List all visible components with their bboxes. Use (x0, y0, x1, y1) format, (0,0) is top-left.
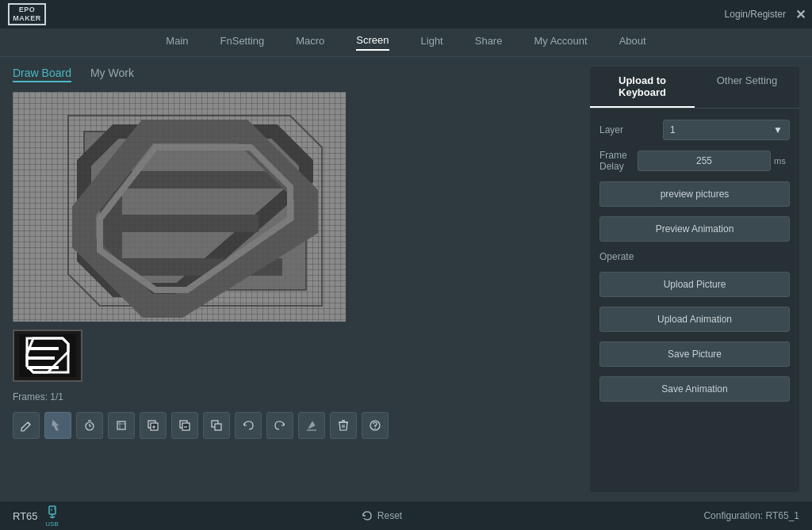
tool-select[interactable] (44, 412, 71, 439)
tab-mywork[interactable]: My Work (90, 67, 134, 82)
svg-rect-22 (215, 424, 221, 430)
usb-label: USB (45, 520, 58, 528)
tool-crop[interactable] (108, 412, 135, 439)
layer-select[interactable]: 1 ▼ (663, 120, 790, 140)
svg-rect-12 (27, 347, 59, 350)
svg-rect-16 (117, 421, 125, 429)
layer-row: Layer 1 ▼ (599, 120, 790, 140)
frame-delay-input[interactable] (638, 151, 771, 171)
frames-label: Frames: 1/1 (13, 391, 577, 402)
reset-label: Reset (377, 510, 402, 521)
panel-tabs: Upload to Keyboard Other Setting (590, 67, 799, 109)
frame-delay-row: Frame Delay ms (599, 150, 790, 172)
navbar: Main FnSetting Macro Screen Light Share … (0, 29, 812, 57)
config-value: RT65_1 (766, 510, 799, 521)
upload-animation-button[interactable]: Upload Animation (599, 307, 790, 332)
panel-tab-other[interactable]: Other Setting (695, 67, 799, 108)
tool-remove-frame[interactable] (171, 412, 198, 439)
svg-rect-27 (51, 509, 52, 511)
svg-rect-14 (27, 366, 59, 369)
tool-delete[interactable] (330, 412, 357, 439)
right-panel: Upload to Keyboard Other Setting Layer 1… (590, 67, 799, 492)
close-button[interactable]: ✕ (795, 7, 806, 22)
layer-label: Layer (599, 124, 657, 135)
frame-delay-unit: ms (774, 156, 790, 166)
usb-icon: USB (44, 505, 60, 528)
svg-rect-4 (100, 215, 259, 232)
operate-label: Operate (599, 251, 790, 262)
tool-undo[interactable] (235, 412, 262, 439)
config-label: Configuration: (703, 510, 763, 521)
tool-help[interactable] (362, 412, 389, 439)
preview-animation-button[interactable]: Preview Animation (599, 216, 790, 242)
toolbar (13, 412, 577, 439)
tool-pen[interactable] (13, 412, 40, 439)
thumbnail-frame-1[interactable] (13, 330, 82, 382)
tab-drawboard[interactable]: Draw Board (13, 67, 71, 82)
save-picture-button[interactable]: Save Picture (599, 341, 790, 367)
login-register-button[interactable]: Login/Register (725, 9, 786, 20)
tool-timer[interactable] (76, 412, 103, 439)
canvas-area[interactable] (13, 92, 346, 322)
frame-delay-group: ms (638, 151, 790, 171)
tool-fill[interactable] (298, 412, 325, 439)
nav-item-light[interactable]: Light (421, 35, 443, 50)
nav-item-myaccount[interactable]: My Account (534, 35, 587, 50)
nav-item-fnsetting[interactable]: FnSetting (220, 35, 265, 50)
reset-button[interactable]: Reset (362, 510, 402, 521)
tool-add-frame[interactable] (140, 412, 167, 439)
svg-point-25 (374, 428, 376, 429)
nav-item-main[interactable]: Main (166, 35, 188, 50)
titlebar: EPOMAKER Login/Register ✕ (0, 0, 812, 29)
content-area: Draw Board My Work (0, 57, 812, 501)
upload-picture-button[interactable]: Upload Picture (599, 272, 790, 297)
status-left: RT65 USB (13, 505, 60, 528)
tool-redo[interactable] (266, 412, 293, 439)
left-panel: Draw Board My Work (13, 67, 577, 492)
svg-rect-28 (54, 508, 56, 509)
save-animation-button[interactable]: Save Animation (599, 376, 790, 402)
svg-rect-13 (27, 357, 55, 360)
panel-tab-upload[interactable]: Upload to Keyboard (590, 67, 695, 108)
frame-delay-label: Frame Delay (599, 150, 631, 172)
statusbar: RT65 USB Reset Configuration: RT65_1 (0, 501, 812, 530)
nav-item-screen[interactable]: Screen (356, 34, 389, 51)
canvas-logo (21, 100, 338, 314)
page-tabs: Draw Board My Work (13, 67, 577, 82)
config-info: Configuration: RT65_1 (703, 510, 799, 521)
nav-item-about[interactable]: About (619, 35, 646, 50)
panel-body: Layer 1 ▼ Frame Delay ms preview picture… (590, 109, 799, 413)
svg-rect-23 (307, 429, 316, 431)
tool-duplicate[interactable] (203, 412, 230, 439)
nav-item-macro[interactable]: Macro (296, 35, 324, 50)
nav-item-share[interactable]: Share (475, 35, 503, 50)
titlebar-right: Login/Register ✕ (725, 7, 806, 22)
app-logo: EPOMAKER (8, 3, 46, 25)
thumbnail-strip (13, 330, 577, 382)
preview-pictures-button[interactable]: preview pictures (599, 181, 790, 207)
device-label: RT65 (13, 510, 38, 522)
